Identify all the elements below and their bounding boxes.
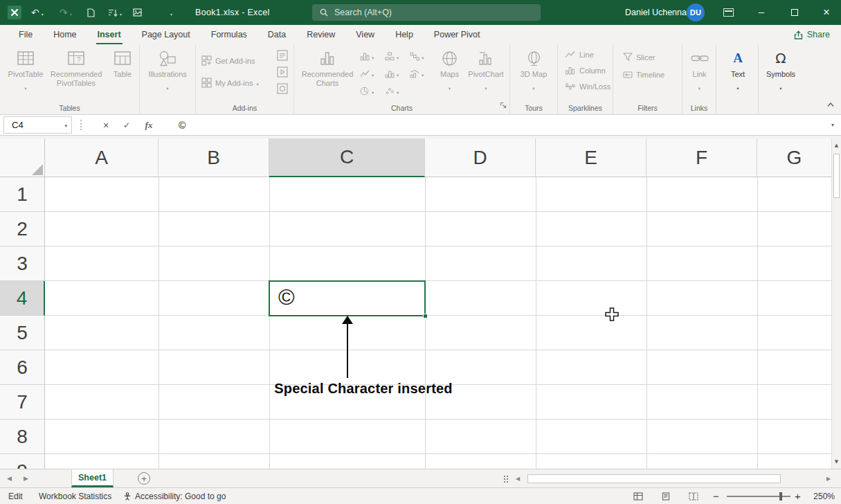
accessibility-status[interactable]: Accessibility: Good to go <box>123 488 226 504</box>
scroll-right-button[interactable]: ▶ <box>826 469 831 487</box>
name-box[interactable]: C4 <box>3 116 72 134</box>
my-addins-button[interactable]: My Add-ins <box>201 78 259 88</box>
add-in-shortcut-button[interactable] <box>277 66 288 78</box>
link-button[interactable]: Link <box>685 48 714 93</box>
row-header-9[interactable]: 9 <box>0 454 45 469</box>
new-sheet-button[interactable]: + <box>138 472 150 485</box>
page-break-preview-button[interactable] <box>684 488 703 504</box>
cells-area[interactable] <box>45 177 831 469</box>
zoom-level[interactable]: 250% <box>810 488 835 504</box>
image-toolbar-button[interactable] <box>133 0 142 25</box>
tab-home[interactable]: Home <box>43 25 87 44</box>
tab-help[interactable]: Help <box>385 25 424 44</box>
get-addins-button[interactable]: Get Add-ins <box>201 55 255 66</box>
row-header-1[interactable]: 1 <box>0 177 45 212</box>
insert-statistic-chart-button[interactable] <box>385 67 399 80</box>
insert-combo-chart-button[interactable] <box>410 67 424 80</box>
add-in-shortcut-button[interactable] <box>277 50 288 61</box>
sort-toolbar-button[interactable] <box>108 0 122 25</box>
tab-review[interactable]: Review <box>296 25 345 44</box>
formula-input[interactable]: © <box>179 115 186 135</box>
cancel-button[interactable]: × <box>97 115 115 135</box>
ribbon-display-options-button[interactable] <box>713 0 743 25</box>
row-header-5[interactable]: 5 <box>0 316 45 350</box>
insert-line-chart-button[interactable] <box>360 67 374 80</box>
pivottable-button[interactable]: PivotTable <box>6 48 46 93</box>
formula-bar-resize-handle[interactable] <box>80 120 82 130</box>
sparkline-line-button[interactable]: Line <box>565 51 594 59</box>
column-header-a[interactable]: A <box>45 138 159 177</box>
timeline-button[interactable]: Timeline <box>623 71 664 79</box>
slicer-button[interactable]: Slicer <box>623 53 655 62</box>
tab-file[interactable]: File <box>8 25 43 44</box>
maps-button[interactable]: Maps <box>435 48 464 93</box>
horizontal-scrollbar-thumb[interactable] <box>527 474 781 483</box>
normal-view-button[interactable] <box>629 488 648 504</box>
sparkline-winloss-button[interactable]: Win/Loss <box>565 82 611 91</box>
column-header-c[interactable]: C <box>269 138 425 177</box>
customize-quick-access-toolbar-button[interactable] <box>170 0 172 25</box>
recommended-charts-button[interactable]: Recommended Charts <box>305 48 350 88</box>
tab-power-pivot[interactable]: Power Pivot <box>424 25 491 44</box>
sparkline-column-button[interactable]: Column <box>565 66 606 75</box>
add-in-shortcut-button[interactable] <box>277 83 288 94</box>
user-name[interactable]: Daniel Uchenna <box>625 0 687 25</box>
sheet-tab-sheet1[interactable]: Sheet1 <box>71 469 114 487</box>
zoom-slider-thumb[interactable] <box>779 492 782 501</box>
row-header-4[interactable]: 4 <box>0 281 45 316</box>
3d-map-button[interactable]: 3D Map <box>517 48 550 93</box>
page-layout-view-button[interactable] <box>656 488 676 504</box>
workbook-statistics-button[interactable]: Workbook Statistics <box>39 488 111 504</box>
collapse-ribbon-button[interactable] <box>826 98 835 110</box>
undo-button[interactable]: ↶ <box>31 0 44 25</box>
row-header-7[interactable]: 7 <box>0 385 45 420</box>
tab-data[interactable]: Data <box>257 25 296 44</box>
fill-handle[interactable] <box>423 314 428 318</box>
insert-column-chart-button[interactable] <box>360 50 374 62</box>
tab-formulas[interactable]: Formulas <box>201 25 257 44</box>
insert-waterfall-chart-button[interactable] <box>410 50 424 62</box>
row-header-8[interactable]: 8 <box>0 420 45 454</box>
illustrations-button[interactable]: Illustrations <box>145 48 190 93</box>
tab-page-layout[interactable]: Page Layout <box>132 25 201 44</box>
insert-hierarchy-chart-button[interactable] <box>385 50 399 62</box>
column-header-d[interactable]: D <box>425 138 536 177</box>
column-header-b[interactable]: B <box>159 138 269 177</box>
vertical-scrollbar-thumb[interactable] <box>833 154 840 198</box>
insert-function-button[interactable]: fx <box>140 115 158 135</box>
row-header-2[interactable]: 2 <box>0 212 45 246</box>
row-header-3[interactable]: 3 <box>0 246 45 281</box>
zoom-out-button[interactable]: − <box>713 488 719 504</box>
excel-logo-icon[interactable] <box>8 6 21 19</box>
scrollbar-resize-handle[interactable] <box>503 475 509 483</box>
search-box[interactable]: Search (Alt+Q) <box>312 4 541 21</box>
enter-button[interactable]: ✓ <box>118 115 136 135</box>
table-button[interactable]: Table <box>107 48 138 79</box>
close-button[interactable]: × <box>811 0 841 25</box>
insert-scatter-chart-button[interactable] <box>385 84 399 97</box>
share-button[interactable]: Share <box>794 25 830 44</box>
vertical-scrollbar[interactable]: ▲ ▼ <box>831 138 841 469</box>
avatar[interactable]: DU <box>687 3 705 21</box>
document-toolbar-button[interactable] <box>87 0 95 25</box>
row-header-6[interactable]: 6 <box>0 350 45 385</box>
column-header-f[interactable]: F <box>646 138 757 177</box>
maximize-button[interactable] <box>779 0 810 25</box>
previous-sheet-button[interactable]: ◀ <box>7 469 12 487</box>
column-header-g[interactable]: G <box>757 138 831 177</box>
insert-pie-chart-button[interactable] <box>360 84 374 97</box>
zoom-in-button[interactable]: + <box>795 488 801 504</box>
select-all-button[interactable] <box>0 138 45 177</box>
scroll-left-button[interactable]: ◀ <box>516 469 520 487</box>
scroll-down-button[interactable]: ▼ <box>832 456 841 467</box>
expand-formula-bar-button[interactable]: ▾ <box>831 115 834 135</box>
tab-view[interactable]: View <box>345 25 385 44</box>
recommended-pivottables-button[interactable]: ? Recommended PivotTables <box>46 48 107 88</box>
scroll-up-button[interactable]: ▲ <box>832 140 841 151</box>
pivotchart-button[interactable]: PivotChart <box>465 48 507 93</box>
active-cell-c4[interactable]: © <box>269 280 426 316</box>
symbols-button[interactable]: Ω Symbols <box>763 48 799 93</box>
text-button[interactable]: A Text <box>722 48 754 93</box>
redo-button[interactable]: ↷ <box>60 0 72 25</box>
tab-insert[interactable]: Insert <box>87 25 132 44</box>
